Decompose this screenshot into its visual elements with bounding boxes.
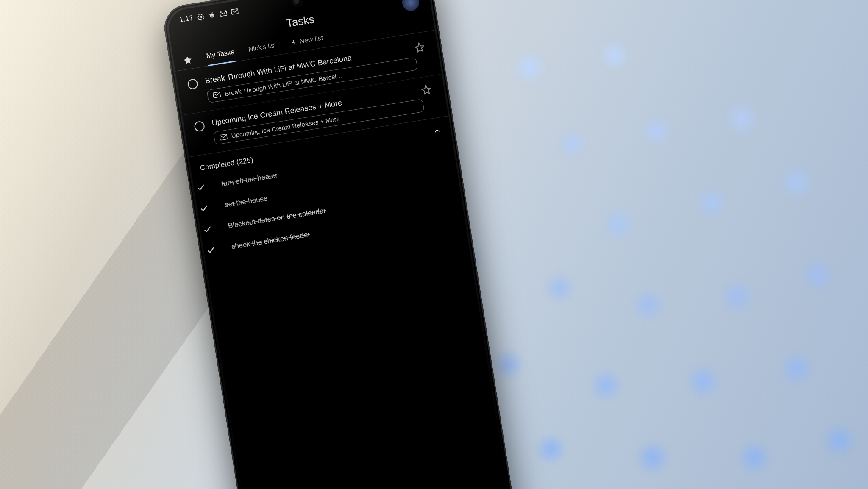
mail-icon <box>219 133 228 141</box>
completed-title: check the chicken feeder <box>231 206 462 251</box>
check-icon <box>202 222 229 235</box>
task-checkbox[interactable] <box>187 78 198 90</box>
completed-label: Completed (225) <box>200 156 254 173</box>
task-list: Break Through With LiFi at MWC Barcelona… <box>175 31 448 157</box>
star-button[interactable] <box>414 40 434 53</box>
task-title: Upcoming Ice Cream Releases + More <box>211 85 422 128</box>
tab-bar: My Tasks Nick's list New list <box>172 11 435 71</box>
check-icon <box>196 180 223 193</box>
phone-screen: 1:17 <box>166 0 512 489</box>
svg-point-2 <box>211 15 211 16</box>
status-time: 1:17 <box>178 14 194 25</box>
svg-point-5 <box>209 14 210 14</box>
phone-frame: 1:17 <box>161 0 517 489</box>
tab-nicks-list[interactable]: Nick's list <box>248 42 278 59</box>
account-avatar[interactable] <box>401 0 420 12</box>
gmail-icon <box>220 10 228 16</box>
completed-list: turn off the heater set the house Blocko… <box>192 137 468 278</box>
chip-text: Break Through With LiFi at MWC Barcel… <box>224 72 343 97</box>
mail-icon <box>213 92 221 99</box>
reddit-icon <box>208 11 216 19</box>
check-icon <box>199 200 225 214</box>
new-list-label: New list <box>299 34 323 45</box>
svg-point-3 <box>213 14 214 15</box>
svg-point-1 <box>210 13 214 17</box>
star-button[interactable] <box>420 82 441 95</box>
completed-item[interactable]: turn off the heater <box>195 137 452 198</box>
task-checkbox[interactable] <box>194 120 205 132</box>
plus-icon <box>290 39 298 46</box>
completed-title: set the house <box>224 165 455 209</box>
chip-text: Upcoming Ice Cream Releases + More <box>231 115 340 139</box>
completed-title: Blockout dates on the calendar <box>228 186 458 230</box>
tab-starred[interactable] <box>182 55 194 69</box>
check-icon <box>206 242 232 256</box>
tab-my-tasks[interactable]: My Tasks <box>206 48 236 66</box>
completed-header[interactable]: Completed (225) <box>189 116 452 178</box>
hand-thumb <box>296 374 442 489</box>
completed-title: turn off the heater <box>221 144 451 188</box>
completed-item[interactable]: set the house <box>198 158 456 219</box>
chevron-up-icon <box>432 126 442 136</box>
gmail-icon-2 <box>231 8 239 14</box>
svg-rect-10 <box>220 134 227 140</box>
task-title: Break Through With LiFi at MWC Barcelona <box>204 43 415 86</box>
task-item[interactable]: Upcoming Ice Cream Releases + More Upcom… <box>182 74 448 157</box>
svg-rect-6 <box>220 10 227 16</box>
email-source-chip[interactable]: Break Through With LiFi at MWC Barcel… <box>206 57 418 103</box>
svg-rect-9 <box>213 92 220 98</box>
front-camera <box>293 0 302 6</box>
app-title: Tasks <box>286 13 315 30</box>
completed-item[interactable]: check the chicken feeder <box>205 200 462 261</box>
email-source-chip[interactable]: Upcoming Ice Cream Releases + More <box>213 99 425 145</box>
svg-point-0 <box>200 16 202 18</box>
settings-gear-icon <box>197 13 205 21</box>
task-item[interactable]: Break Through With LiFi at MWC Barcelona… <box>175 32 442 115</box>
svg-rect-7 <box>231 8 238 14</box>
tab-new-list[interactable]: New list <box>290 34 325 53</box>
background-photo: 1:17 <box>0 0 868 489</box>
app-header: Tasks <box>169 0 432 53</box>
completed-item[interactable]: Blockout dates on the calendar <box>201 179 459 240</box>
svg-point-4 <box>214 13 214 14</box>
status-bar: 1:17 <box>166 0 428 29</box>
